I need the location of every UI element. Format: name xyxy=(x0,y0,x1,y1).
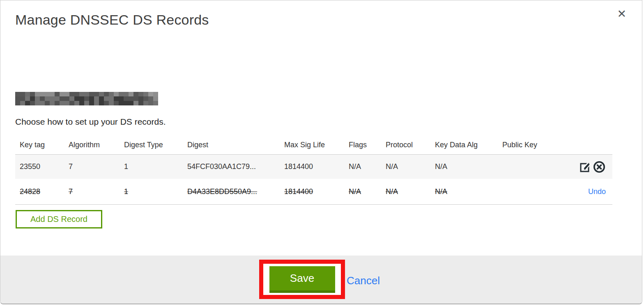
column-header: Public Key xyxy=(502,141,564,149)
cell-max-sig-life: 1814400 xyxy=(284,187,349,196)
cell-algorithm: 7 xyxy=(69,187,124,196)
add-ds-record-button[interactable]: Add DS Record xyxy=(16,210,102,228)
cancel-link[interactable]: Cancel xyxy=(347,274,380,287)
cell-digest-type: 1 xyxy=(124,187,187,196)
column-header: Algorithm xyxy=(69,141,124,149)
row-actions: Undo xyxy=(564,187,612,196)
cell-max-sig-life: 1814400 xyxy=(284,162,349,171)
instruction-text: Choose how to set up your DS records. xyxy=(15,117,166,127)
cell-digest-type: 1 xyxy=(124,162,187,171)
cell-key-tag: 24828 xyxy=(20,187,69,196)
column-header: Digest xyxy=(187,141,284,149)
column-header: Digest Type xyxy=(124,141,187,149)
cell-key-data-alg: N/A xyxy=(435,162,502,171)
cell-key-tag: 23550 xyxy=(20,162,69,171)
edit-square-icon[interactable] xyxy=(579,161,591,173)
column-header: Max Sig Life xyxy=(284,141,349,149)
modal-footer: Save Cancel xyxy=(0,256,642,304)
page-title: Manage DNSSEC DS Records xyxy=(15,12,209,28)
cell-protocol: N/A xyxy=(386,187,435,196)
manage-dnssec-modal: Manage DNSSEC DS Records ✕ Choose how to… xyxy=(0,0,642,304)
cell-flags: N/A xyxy=(349,162,386,171)
close-icon[interactable]: ✕ xyxy=(617,9,626,20)
ds-records-table: Key tag Algorithm Digest Type Digest Max… xyxy=(15,136,612,205)
circle-x-delete-icon[interactable] xyxy=(593,160,606,174)
row-actions xyxy=(564,160,612,174)
column-header: Key tag xyxy=(20,141,69,149)
table-row-deleted: 24828 7 1 D4A33E8DD550A9... 1814400 N/A … xyxy=(15,179,612,205)
table-header-row: Key tag Algorithm Digest Type Digest Max… xyxy=(15,136,612,155)
redacted-domain xyxy=(15,92,158,105)
cell-flags: N/A xyxy=(349,187,386,196)
undo-link[interactable]: Undo xyxy=(588,187,606,196)
cell-key-data-alg: N/A xyxy=(435,187,502,196)
table-row: 23550 7 1 54FCF030AA1C79... 1814400 N/A … xyxy=(15,155,612,179)
cell-digest: D4A33E8DD550A9... xyxy=(187,187,284,196)
column-header: Key Data Alg xyxy=(435,141,502,149)
cell-digest: 54FCF030AA1C79... xyxy=(187,162,284,171)
column-header: Protocol xyxy=(386,141,435,149)
cell-algorithm: 7 xyxy=(69,162,124,171)
annotation-highlight-box: Save xyxy=(259,260,345,299)
cell-protocol: N/A xyxy=(386,162,435,171)
save-button[interactable]: Save xyxy=(269,266,335,293)
column-header: Flags xyxy=(349,141,386,149)
